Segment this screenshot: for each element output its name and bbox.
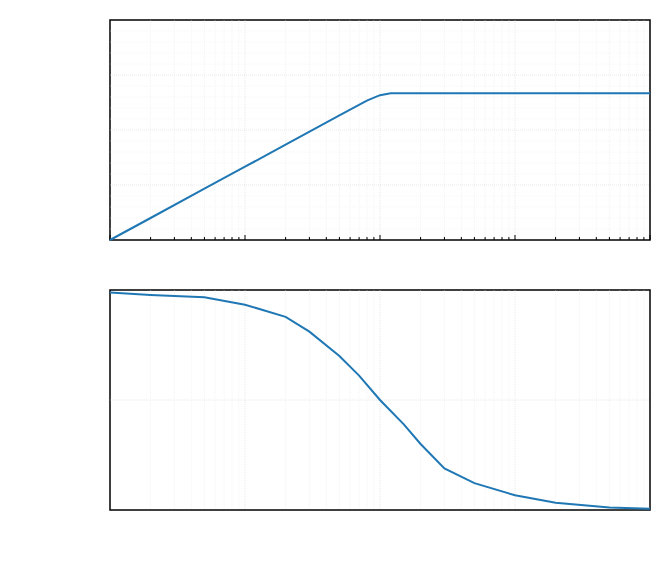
magnitude-chart [110, 20, 650, 240]
phase-chart [110, 290, 650, 510]
bode-plot [0, 0, 663, 582]
